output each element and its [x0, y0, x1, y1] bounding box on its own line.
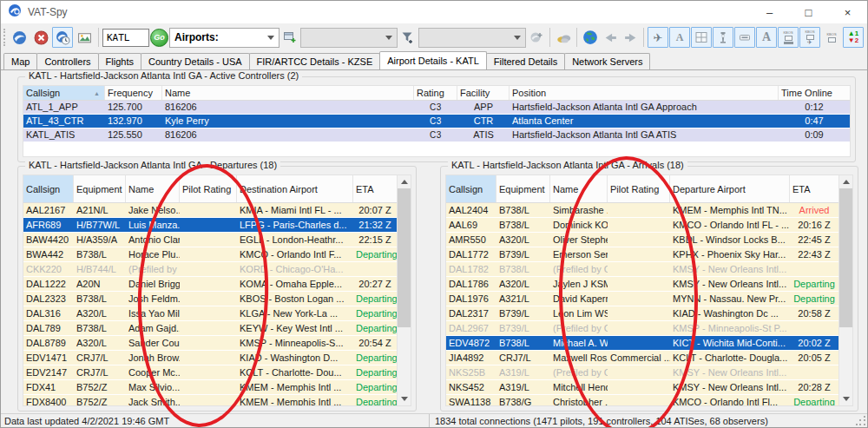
tab[interactable]: FIR/ARTCC Details - KZSE	[249, 53, 381, 69]
flight-row[interactable]: DAL2317 B739/L Leon Lim WS... KIAD - Was…	[446, 306, 838, 321]
tab[interactable]: Network Servers	[564, 53, 650, 69]
column-header-name[interactable]: Name	[126, 175, 180, 202]
column-header-eta[interactable]: ETA	[353, 175, 397, 202]
toggle-plain-labels-icon[interactable]: KBOS	[821, 27, 842, 48]
column-header-callsign[interactable]: Callsign	[23, 175, 74, 202]
toggle-pilots-icon[interactable]: ✈	[648, 27, 668, 48]
flight-row[interactable]: DAL1222 A20N Daniel Brigg... KOMA - Omah…	[23, 277, 397, 292]
flight-row[interactable]: FDX41 B752/Z Max Silvio... KMEM - Memphi…	[23, 380, 397, 395]
flight-row[interactable]: DAL1772 B739/L Emerson Sen... KPHX - Pho…	[446, 247, 838, 262]
toggle-windows-icon[interactable]	[691, 27, 712, 48]
add-airport-tab-icon[interactable]	[280, 27, 299, 48]
scrollbar-up-icon[interactable]	[839, 175, 852, 188]
tab[interactable]: Controllers	[36, 53, 98, 69]
column-header-equipment[interactable]: Equipment	[74, 175, 126, 202]
controllers-table-body: ATL_1_APP 125.700 816206 C3 APP Hartsfie…	[23, 101, 850, 142]
column-header-name[interactable]: Name	[162, 86, 414, 100]
status-last-updated: Data last updated 4/2/2021 19:46 GMT	[1, 414, 430, 427]
flight-row[interactable]: BWA442 B738/L Horace Plu... KMCO - Orlan…	[23, 247, 397, 262]
column-header-position[interactable]: Position	[510, 86, 779, 100]
toggle-metar-labels-icon[interactable]: KBOS	[778, 27, 799, 48]
resize-grip[interactable]	[856, 416, 866, 426]
flight-row[interactable]: DAL1976 A321/L David Kaperr... MYNN - Na…	[446, 292, 838, 306]
column-header-name[interactable]: Name	[550, 175, 608, 202]
close-button[interactable]: ×	[828, 1, 867, 23]
flight-row[interactable]: FDX8400 B752/Z Jack Smith... KMEM - Memp…	[23, 395, 397, 405]
departures-table-body: AAL2167 A21N/L Jake Nelso... KMIA - Miam…	[23, 203, 397, 405]
scrollbar-thumb[interactable]	[839, 188, 852, 327]
scrollbar-down-icon[interactable]	[839, 392, 852, 405]
flight-row[interactable]: DAL1782 B738/L (Prefiled by C... KMSY - …	[446, 262, 838, 277]
flight-row[interactable]: AMR550 A320/L Oliver Stephe... KBDL - Wi…	[446, 233, 838, 247]
airport-search-input[interactable]	[102, 29, 149, 47]
column-header-facility[interactable]: Facility	[457, 86, 510, 100]
flight-row[interactable]: DAL316 A320/L Issa Yao Mil... KLGA - New…	[23, 306, 397, 321]
tab[interactable]: Map	[3, 53, 37, 69]
filter-icon[interactable]	[398, 27, 418, 48]
tab[interactable]: Country Details - USA	[141, 53, 250, 69]
flight-row[interactable]: AAL2404 B738/L Simbarashe ... KMEM - Mem…	[446, 203, 838, 218]
toggle-label-lines-icon[interactable]	[734, 27, 755, 48]
flight-row[interactable]: DAL8789 A320/L Sander Cou... KMSP - Minn…	[23, 336, 397, 351]
toggle-pilot-labels-icon[interactable]: A	[669, 27, 690, 48]
controller-row[interactable]: KATL_ATIS 125.550 816206 C3 ATIS Hartsfi…	[23, 128, 850, 142]
column-header-destination-airport[interactable]: Destination Airport	[237, 175, 353, 202]
flight-row[interactable]: CKK220 H/B744/L (Prefiled by ... KORD - …	[23, 262, 397, 277]
airports-dropdown-label: Airports:	[174, 31, 219, 43]
disconnect-icon[interactable]	[30, 27, 51, 48]
cell-departure-airport: KMSP - Minneapolis-St P...	[670, 321, 790, 335]
flight-row[interactable]: NKS452 A319/L Mitchell Hendry KMSY - New…	[446, 380, 838, 395]
sort-order-icon[interactable]: ▲1 ▼2	[843, 27, 864, 48]
flight-row[interactable]: DAL2323 B738/L Josh Feldm... KBOS - Bost…	[23, 292, 397, 306]
scrollbar-thumb[interactable]	[398, 188, 411, 327]
minimize-button[interactable]: –	[750, 1, 789, 23]
controller-row[interactable]: ATL_1_APP 125.700 816206 C3 APP Hartsfie…	[23, 101, 850, 115]
toggle-controller-labels-icon[interactable]: A	[756, 27, 777, 48]
flight-row[interactable]: AAL2167 A21N/L Jake Nelso... KMIA - Miam…	[23, 203, 397, 218]
controller-row[interactable]: ATL_43_CTR 132.970 Kyle Perry C3 CTR Atl…	[23, 115, 850, 128]
column-header-rating[interactable]: Rating	[414, 86, 457, 100]
flight-row[interactable]: EDV4872 B738/L Michael A. W... KICT - Wi…	[446, 336, 838, 351]
auto-update-globe-icon[interactable]	[52, 27, 73, 48]
go-button[interactable]: Go	[150, 29, 168, 47]
column-header-eta[interactable]: ETA	[790, 175, 838, 202]
column-header-pilot-rating[interactable]: Pilot Rating	[180, 175, 237, 202]
arrivals-scrollbar[interactable]	[838, 175, 852, 405]
column-header-departure-airport[interactable]: Departure Airport	[670, 175, 790, 202]
flight-row[interactable]: SWA1138 B738/G Christopher ... KMCO - Or…	[446, 395, 838, 405]
column-header-pilot-rating[interactable]: Pilot Rating	[608, 175, 670, 202]
flight-row[interactable]: BAW4420 H/A359/A Antonio Clar... EGLL - …	[23, 233, 397, 247]
scrollbar-down-icon[interactable]	[398, 392, 411, 405]
flight-row[interactable]: EDV2147 CRJ7/L Cooper Mc... KCLT - Charl…	[23, 365, 397, 380]
flight-row[interactable]: DAL789 B738/L Adam Gajd... KEYW - Key We…	[23, 321, 397, 336]
column-header-frequency[interactable]: Frequency	[105, 86, 162, 100]
cell-callsign: SWA1138	[446, 395, 496, 405]
flight-row[interactable]: EDV1471 CRJ7/L Jonah Brow... KIAD - Wash…	[23, 351, 397, 365]
flight-row[interactable]: AFR689 H/B77W/L Luis Manza... LFPG - Par…	[23, 218, 397, 233]
flight-row[interactable]: DAL2967 B739/L (Prefiled by C... KMSP - …	[446, 321, 838, 336]
tab[interactable]: Flights	[98, 53, 141, 69]
toolbar-grip-handle[interactable]	[3, 29, 5, 46]
flight-row[interactable]: DAL1786 A320/L Jaylen J KSMF KMSY - New …	[446, 277, 838, 292]
maximize-button[interactable]: □	[789, 1, 828, 23]
column-header-callsign[interactable]: Callsign ▲	[23, 86, 105, 100]
world-map-icon[interactable]	[581, 27, 600, 48]
cell-departure-airport: KMCO - Orlando Intl Fl...	[670, 395, 790, 405]
flight-row[interactable]: JIA4892 CRJ7/L Maxwell Ros... Commercial…	[446, 351, 838, 365]
tab[interactable]: Airport Details - KATL	[379, 51, 487, 69]
flight-row[interactable]: NKS25B A319/L (Prefiled by C... KMSY - N…	[446, 365, 838, 380]
column-header-equipment[interactable]: Equipment	[496, 175, 550, 202]
column-header-callsign[interactable]: Callsign	[446, 175, 496, 202]
column-header-time-online[interactable]: Time Online	[779, 86, 850, 100]
scrollbar-up-icon[interactable]	[398, 175, 411, 188]
flight-row[interactable]: AAL69 B738/L Dominick KO... KMCO - Orlan…	[446, 218, 838, 233]
tab[interactable]: Filtered Details	[486, 53, 565, 69]
connect-globe-icon[interactable]	[9, 27, 30, 48]
airports-dropdown[interactable]: Airports:	[169, 28, 279, 48]
weather-icon[interactable]	[554, 27, 573, 48]
departures-scrollbar[interactable]	[397, 175, 411, 405]
cell-callsign: AMR550	[446, 233, 496, 247]
screenshot-icon[interactable]	[74, 27, 95, 48]
toggle-airport-labels-icon[interactable]: KBOS ✈	[799, 27, 820, 48]
toggle-controllers-icon[interactable]	[713, 27, 733, 48]
